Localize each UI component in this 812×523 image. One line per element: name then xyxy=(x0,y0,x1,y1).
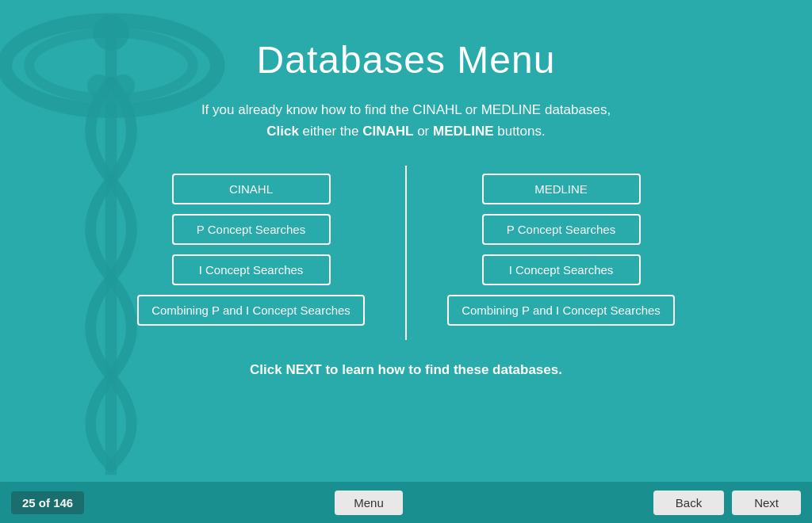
next-button[interactable]: Next xyxy=(732,491,801,515)
nav-buttons: Back Next xyxy=(653,491,801,515)
columns-container: CINAHL P Concept Searches I Concept Sear… xyxy=(105,166,707,340)
back-button[interactable]: Back xyxy=(653,491,724,515)
cinahl-p-concept-button[interactable]: P Concept Searches xyxy=(172,214,331,245)
subtitle-cinahl: CINAHL xyxy=(362,124,413,139)
main-content: Databases Menu If you already know how t… xyxy=(0,0,812,523)
menu-button[interactable]: Menu xyxy=(335,491,403,515)
cinahl-column: CINAHL P Concept Searches I Concept Sear… xyxy=(105,166,397,340)
page-count: 25 of 146 xyxy=(11,491,84,514)
medline-combining-button[interactable]: Combining P and I Concept Searches xyxy=(447,295,675,326)
cinahl-combining-button[interactable]: Combining P and I Concept Searches xyxy=(137,295,365,326)
column-divider xyxy=(405,166,407,340)
cinahl-button[interactable]: CINAHL xyxy=(172,174,331,204)
medline-i-concept-button[interactable]: I Concept Searches xyxy=(482,254,641,285)
subtitle-click: Click xyxy=(266,124,299,139)
click-hint: Click NEXT to learn how to find these da… xyxy=(250,362,562,378)
cinahl-i-concept-button[interactable]: I Concept Searches xyxy=(172,254,331,285)
medline-p-concept-button[interactable]: P Concept Searches xyxy=(482,214,641,245)
page-title: Databases Menu xyxy=(257,38,556,82)
subtitle: If you already know how to find the CINA… xyxy=(201,99,611,142)
bottom-bar: 25 of 146 Menu Back Next xyxy=(0,482,812,523)
subtitle-medline: MEDLINE xyxy=(433,124,494,139)
medline-column: MEDLINE P Concept Searches I Concept Sea… xyxy=(415,166,707,340)
medline-button[interactable]: MEDLINE xyxy=(482,174,641,204)
